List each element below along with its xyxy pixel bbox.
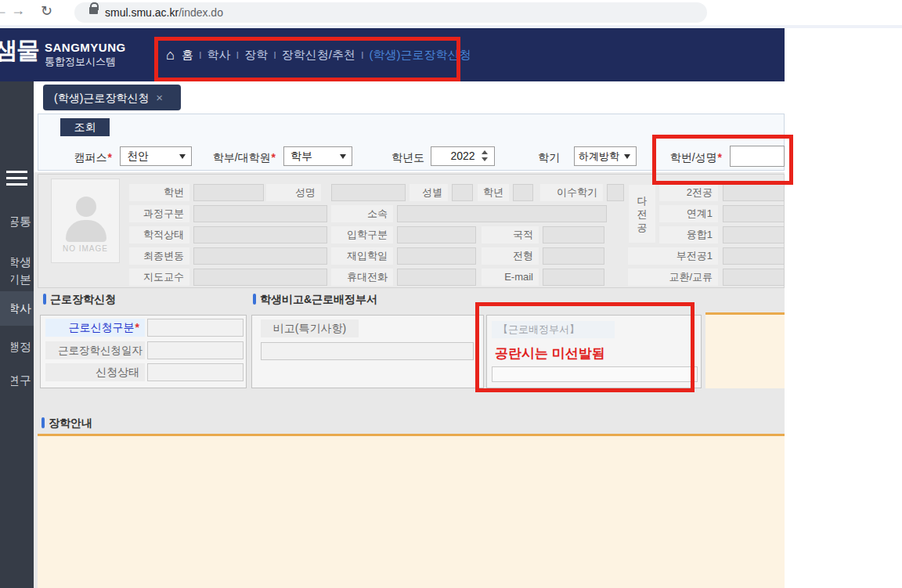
student-no-name-label: 학번/성명* [656, 149, 722, 168]
field-request-type[interactable] [147, 319, 244, 337]
campus-label: 캠퍼스* [59, 149, 112, 168]
menu-separator: I [199, 49, 202, 61]
label-admission-type: 입학구분 [331, 226, 393, 243]
label-linked1: 연계1 [659, 205, 718, 222]
sidebar-item-research[interactable]: 연구 [11, 372, 34, 389]
label-affiliation: 소속 [331, 205, 393, 222]
required-asterisk: * [272, 151, 276, 164]
student-photo-placeholder: NO IMAGE [51, 179, 120, 263]
sidebar-item-haksa-active[interactable]: 학사 [0, 291, 34, 326]
search-button[interactable]: 조회 [60, 118, 110, 136]
url-text[interactable]: smul.smu.ac.kr/index.do [105, 2, 223, 23]
field-admission-type[interactable] [397, 226, 476, 243]
label-course-type: 과정구분 [129, 205, 189, 222]
label-nationality: 국적 [482, 226, 539, 243]
field-minor1[interactable] [723, 247, 785, 265]
reload-icon[interactable]: ↻ [41, 2, 52, 20]
field-last-change[interactable] [193, 247, 327, 265]
required-asterisk: * [108, 151, 112, 164]
field-screening[interactable] [543, 247, 604, 265]
field-grade[interactable] [513, 184, 533, 201]
home-icon[interactable]: ⌂ [166, 47, 175, 63]
url-path: /index.do [179, 6, 223, 19]
field-mobile[interactable] [397, 269, 476, 286]
dept-warning-text: 공란시는 미선발됨 [495, 345, 605, 363]
student-no-name-input[interactable] [730, 146, 785, 167]
label-second-major: 2전공 [659, 184, 718, 201]
sidebar-item-haksa[interactable]: 학사 [11, 300, 34, 317]
label-multi-major: 다전공 [629, 185, 655, 243]
field-affiliation[interactable] [397, 205, 607, 222]
label-note: 비고(특기사항) [261, 319, 359, 337]
section-bar-icon [41, 417, 45, 428]
label-exchange: 교환/교류 [628, 269, 718, 286]
label-enrollment-status: 학적상태 [129, 226, 189, 243]
forward-icon[interactable]: → [11, 2, 25, 19]
field-readmission-date[interactable] [397, 247, 476, 265]
menu-item-active[interactable]: (학생)근로장학신청 [370, 48, 471, 63]
label-grade: 학년 [478, 184, 509, 201]
label-student-id: 학번 [129, 184, 189, 201]
field-convergence1[interactable] [723, 226, 785, 243]
field-course-type[interactable] [193, 205, 327, 222]
page-tab[interactable]: (학생)근로장학신청× [43, 85, 181, 110]
menu-separator: I [361, 49, 364, 61]
label-advisor: 지도교수 [129, 269, 189, 286]
spinner-arrows-icon[interactable] [482, 150, 488, 161]
field-linked1[interactable] [723, 205, 785, 222]
info-side-panel [705, 312, 785, 388]
year-label: 학년도 [377, 149, 424, 168]
sidebar-item-admin[interactable]: 행정 [11, 338, 34, 355]
sidebar-item-student[interactable]: 학생 [11, 254, 34, 271]
label-convergence1: 융합1 [659, 226, 718, 243]
field-student-id[interactable] [193, 184, 264, 201]
menu-item-apply-recommend[interactable]: 장학신청/추천 [282, 48, 355, 63]
remarks-section-title: 학생비고&근로배정부서 [260, 293, 377, 305]
app-header: 샘물 SANGMYUNG 통합정보시스템 ⌂ 홈 I 학사 I 장학 I 장학신… [0, 28, 785, 81]
field-assigned-dept[interactable] [492, 366, 698, 382]
menu-home[interactable]: 홈 [182, 48, 193, 63]
label-request-type: 근로신청구분* [45, 319, 145, 337]
scholarship-info-panel [38, 434, 785, 588]
division-label: 학부/대학원* [196, 149, 276, 168]
field-apply-status[interactable] [147, 363, 244, 381]
chevron-down-icon [624, 154, 630, 159]
division-select[interactable]: 학부 [283, 146, 352, 166]
label-email: E-mail [482, 269, 539, 286]
back-icon[interactable]: ← [0, 2, 8, 19]
close-icon[interactable]: × [156, 91, 163, 104]
browser-chrome: ← → ↻ smul.smu.ac.kr/index.do [0, 0, 902, 25]
section-bar-icon [43, 294, 46, 305]
field-gender[interactable] [452, 184, 473, 201]
label-minor1: 부전공1 [628, 247, 718, 265]
sidebar-item-student-basic[interactable]: 기본 [11, 271, 34, 288]
field-exchange[interactable] [723, 269, 785, 286]
field-enrollment-status[interactable] [193, 226, 327, 243]
field-email[interactable] [543, 269, 604, 286]
field-note[interactable] [261, 342, 474, 360]
field-name[interactable] [331, 184, 406, 201]
label-apply-date: 근로장학신청일자 [45, 341, 145, 359]
menu-item-janghak[interactable]: 장학 [244, 48, 268, 63]
person-icon [76, 197, 96, 217]
label-last-change: 최종변동 [129, 247, 189, 265]
screen: ← → ↻ smul.smu.ac.kr/index.do 샘물 SANGMYU… [0, 0, 902, 588]
semester-select[interactable]: 하계방학 [574, 146, 637, 166]
scholarship-info-title: 장학안내 [49, 417, 92, 429]
no-image-text: NO IMAGE [52, 244, 119, 253]
field-completed-terms[interactable] [607, 184, 624, 201]
assigned-dept-title: 【근로배정부서】 [492, 321, 615, 338]
year-spinner[interactable]: 2022 [431, 146, 495, 166]
field-nationality[interactable] [543, 226, 604, 243]
sidebar-item-common[interactable]: 공통 [11, 213, 34, 230]
label-readmission-date: 재입학일 [331, 247, 393, 265]
field-second-major[interactable] [723, 184, 785, 201]
campus-select[interactable]: 천안 [120, 146, 192, 166]
hamburger-icon[interactable] [6, 171, 27, 188]
breadcrumb: ⌂ 홈 I 학사 I 장학 I 장학신청/추천 I (학생)근로장학신청 [166, 28, 471, 81]
semester-label: 학기 [521, 149, 560, 168]
field-apply-date[interactable] [147, 341, 244, 359]
field-advisor[interactable] [193, 269, 327, 286]
menu-item-haksa[interactable]: 학사 [207, 48, 231, 63]
section-bar-icon [253, 294, 256, 305]
